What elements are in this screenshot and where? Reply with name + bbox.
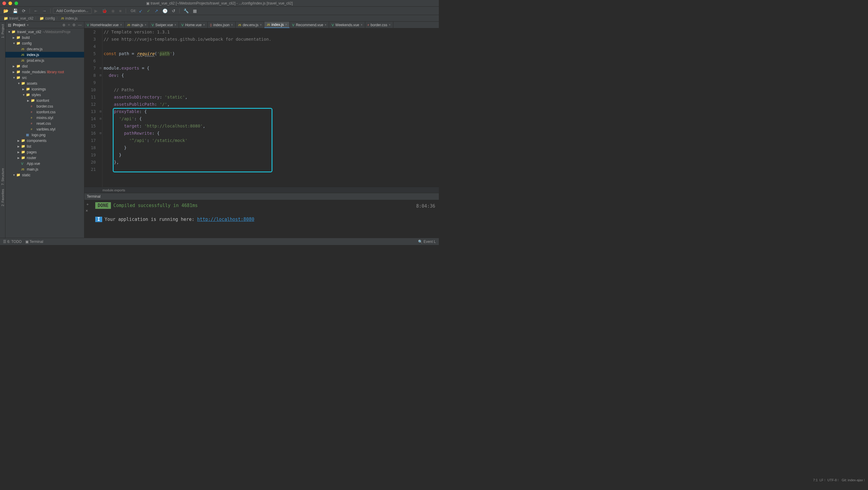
code-line[interactable]: target: 'http://localhost:8080', (104, 122, 439, 130)
editor-tab[interactable]: JSmain.js× (125, 22, 149, 28)
open-folder-icon[interactable]: 📂 (2, 7, 10, 14)
editor-tab[interactable]: VWeekends.vue× (329, 22, 365, 28)
fold-marker[interactable] (99, 122, 102, 130)
code-line[interactable]: assetsPublicPath: '/', (104, 101, 439, 108)
coverage-icon[interactable]: ◉ (110, 7, 116, 14)
tree-item[interactable]: ▶📁iconimgs (5, 86, 84, 92)
tree-item[interactable]: ▼📁assets (5, 81, 84, 86)
line-number[interactable]: 20 (84, 158, 96, 166)
terminal-body[interactable]: ＋ ✕ 8:04:36 DONE Compiled successfully i… (84, 200, 439, 238)
code-line[interactable]: const path = require('path') (104, 50, 439, 57)
close-tab-icon[interactable]: × (285, 23, 287, 26)
fold-marker[interactable] (99, 93, 102, 101)
close-tab-icon[interactable]: × (231, 23, 233, 27)
code-line[interactable]: // Template version: 1.3.1 (104, 28, 439, 36)
editor-tab[interactable]: VSwiper.vue× (149, 22, 179, 28)
fold-marker[interactable]: ⊟ (99, 130, 102, 137)
breadcrumb-item[interactable]: JSindex.js (60, 16, 79, 21)
code-line[interactable]: assetsSubDirectory: 'static', (104, 93, 439, 101)
close-tab-icon[interactable]: × (324, 23, 327, 27)
expand-arrow-icon[interactable]: ▶ (27, 99, 30, 102)
fold-marker[interactable]: ⊟ (99, 72, 102, 79)
stop-icon[interactable]: ■ (118, 7, 123, 14)
scroll-from-source-icon[interactable]: ⊕ (62, 23, 65, 27)
expand-arrow-icon[interactable]: ▼ (13, 42, 16, 45)
tree-item[interactable]: #border.css (5, 103, 84, 109)
tree-item[interactable]: #mixins.styl (5, 115, 84, 121)
line-number[interactable]: 19 (84, 151, 96, 158)
fold-marker[interactable] (99, 101, 102, 108)
close-tab-icon[interactable]: × (120, 23, 122, 27)
project-tree[interactable]: ▼📁travel_vue_cli2 ~/WebstormProje▶📁build… (5, 28, 84, 238)
tree-item[interactable]: ▼📁static (5, 172, 84, 178)
code-line[interactable]: pathRewrite: { (104, 130, 439, 137)
expand-arrow-icon[interactable]: ▼ (22, 93, 25, 96)
fold-marker[interactable]: ⊟ (99, 115, 102, 122)
breadcrumb-item[interactable]: 📁config (38, 16, 56, 21)
tree-item[interactable]: ▶📁components (5, 138, 84, 144)
status-todo[interactable]: ☰ 6: TODO (3, 240, 22, 244)
fold-marker[interactable] (99, 158, 102, 166)
save-icon[interactable]: 💾 (11, 7, 19, 14)
editor-tab[interactable]: #border.css× (365, 22, 393, 28)
expand-arrow-icon[interactable]: ▶ (13, 65, 16, 68)
tree-item[interactable]: #iconfont.css (5, 109, 84, 115)
debug-icon[interactable]: 🐞 (100, 7, 108, 14)
tree-item[interactable]: ▦logo.png (5, 132, 84, 138)
expand-arrow-icon[interactable]: ▼ (13, 76, 16, 79)
status-terminal[interactable]: ▣ Terminal (25, 240, 43, 244)
code-crumb[interactable]: module.exports (84, 187, 439, 193)
line-number[interactable]: 13 (84, 108, 96, 115)
fold-marker[interactable]: ⊟ (99, 64, 102, 72)
tree-item[interactable]: JSdev.env.js (5, 46, 84, 52)
code-line[interactable] (104, 166, 439, 173)
close-tab-icon[interactable]: × (145, 23, 147, 27)
line-number[interactable]: 10 (84, 86, 96, 93)
fold-marker[interactable] (99, 151, 102, 158)
close-tab-icon[interactable]: × (389, 23, 391, 27)
fold-marker[interactable] (99, 57, 102, 64)
editor-tab[interactable]: VHomeHeader.vue× (84, 22, 125, 28)
code-line[interactable]: }, (104, 158, 439, 166)
panel-settings-icon[interactable]: ⚙ (72, 23, 76, 27)
terminal-close-icon[interactable]: ✕ (86, 208, 90, 213)
history-icon[interactable]: 🕒 (161, 7, 169, 14)
tree-item[interactable]: ▶📁router (5, 155, 84, 161)
collapse-all-icon[interactable]: ÷ (68, 23, 70, 27)
expand-arrow-icon[interactable]: ▶ (13, 70, 16, 73)
breadcrumb-item[interactable]: 📁travel_vue_cli2 (2, 16, 35, 21)
close-tab-icon[interactable]: × (175, 23, 176, 27)
back-icon[interactable]: ← (32, 7, 39, 14)
code-line[interactable]: } (104, 151, 439, 158)
tree-item[interactable]: VApp.vue (5, 161, 84, 166)
line-number[interactable]: 6 (84, 57, 96, 64)
terminal-add-icon[interactable]: ＋ (86, 202, 90, 207)
line-number[interactable]: 18 (84, 144, 96, 151)
line-number[interactable]: 15 (84, 122, 96, 130)
tree-item[interactable]: JSindex.js (5, 52, 84, 58)
editor-tab[interactable]: VRecommend.vue× (290, 22, 329, 28)
line-number[interactable]: 8 (84, 72, 96, 79)
code-editor[interactable]: 23456789101112131415161718192021 ⊟⊟⊟⊟⊟ /… (84, 28, 439, 187)
line-number[interactable]: 5 (84, 50, 96, 57)
editor-tab[interactable]: JSdev.env.js× (236, 22, 265, 28)
line-number[interactable]: 11 (84, 93, 96, 101)
close-window[interactable] (2, 1, 6, 5)
code-line[interactable]: } (104, 144, 439, 151)
tree-item[interactable]: JSmain.js (5, 166, 84, 172)
fold-marker[interactable] (99, 144, 102, 151)
editor-tab[interactable]: {}index.json× (208, 22, 236, 28)
line-number[interactable]: 12 (84, 101, 96, 108)
update-project-icon[interactable]: ↙ (137, 7, 144, 14)
tree-item[interactable]: ▼📁config (5, 40, 84, 46)
terminal-header[interactable]: Terminal (84, 193, 439, 200)
code-line[interactable]: proxyTable: { (104, 108, 439, 115)
fold-marker[interactable] (99, 86, 102, 93)
code-line[interactable]: '/api': { (104, 115, 439, 122)
code-line[interactable] (104, 43, 439, 50)
add-configuration-button[interactable]: Add Configuration... (53, 8, 92, 14)
code-line[interactable] (104, 79, 439, 86)
project-structure-icon[interactable]: ▦ (191, 7, 198, 14)
minimize-window[interactable] (8, 1, 12, 5)
fold-marker[interactable] (99, 50, 102, 57)
